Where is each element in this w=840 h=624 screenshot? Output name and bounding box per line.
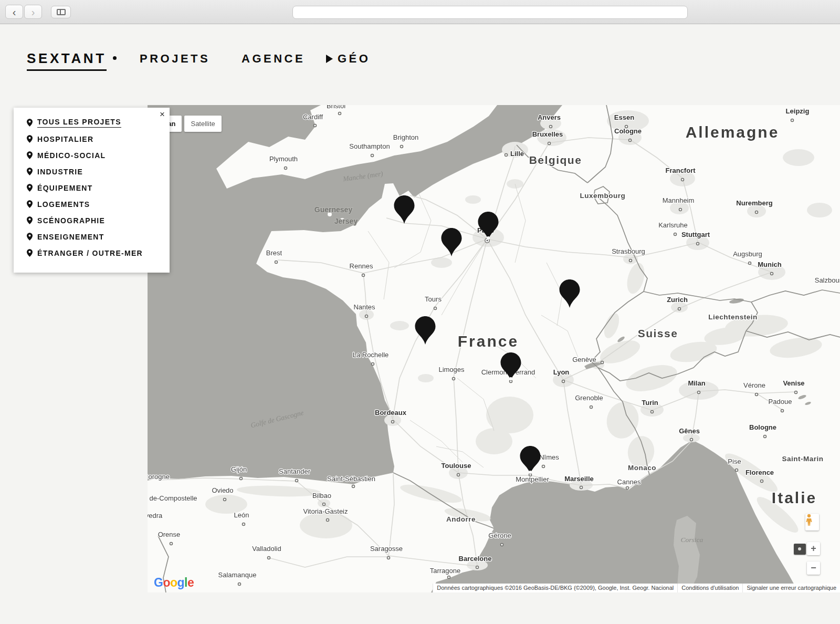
city-label: Mannheim — [663, 196, 695, 204]
address-bar[interactable] — [292, 6, 688, 19]
filter-item-equipement[interactable]: ÉQUIPEMENT — [27, 180, 160, 196]
city-dot — [601, 361, 604, 364]
city-dot — [791, 119, 794, 122]
country-label: Suisse — [638, 327, 678, 339]
google-logo[interactable]: Google — [154, 576, 194, 590]
country-label: Monaco — [628, 464, 656, 472]
city-label: Gijón — [231, 465, 247, 473]
country-label: Saint-Marin — [782, 455, 823, 463]
city-dot — [401, 145, 403, 148]
google-logo-letter: o — [170, 576, 177, 589]
country-label: France — [458, 332, 519, 350]
country-label: Allemagne — [686, 123, 780, 141]
city-label: Zurich — [667, 296, 688, 304]
city-dot — [795, 391, 797, 394]
city-label: Lille — [510, 150, 524, 158]
filter-item-industrie[interactable]: INDUSTRIE — [27, 163, 160, 180]
city-dot — [268, 557, 270, 559]
city-label: Bruxelles — [532, 130, 563, 138]
zoom-in-button[interactable]: + — [807, 542, 820, 555]
forward-icon: › — [32, 7, 35, 17]
map-canvas[interactable]: BristolCardiffBrightonSouthamptonPlymout… — [148, 105, 840, 592]
browser-back-button[interactable]: ‹ — [5, 5, 23, 19]
pin-tip-dot — [487, 236, 490, 240]
city-label: Salamanque — [218, 571, 257, 579]
city-label: Nuremberg — [736, 199, 772, 207]
pin-tip-dot — [509, 377, 512, 380]
city-dot — [365, 315, 368, 318]
city-label: Florence — [746, 469, 774, 476]
city-label: de-Compostelle — [149, 494, 197, 502]
city-dot — [238, 583, 241, 586]
city-label: Corogne — [148, 473, 170, 481]
site-logo[interactable]: SEXTANT — [27, 50, 107, 71]
map-mini-thumbnail[interactable] — [794, 544, 806, 555]
city-label: Augsburg — [733, 250, 762, 258]
city-label: Lyon — [553, 368, 570, 376]
city-label: Milan — [688, 379, 705, 387]
nav-agence[interactable]: AGENCE — [242, 52, 305, 66]
city-dot — [678, 308, 681, 310]
city-dot — [679, 209, 682, 211]
nav-geo-label: GÉO — [338, 52, 370, 66]
pin-icon — [27, 184, 33, 192]
map-attribution: Données cartographiques ©2016 GeoBasis-D… — [433, 584, 840, 592]
filter-item-medico-social[interactable]: MÉDICO-SOCIAL — [27, 147, 160, 163]
city-label: Oviedo — [212, 486, 233, 494]
city-label: Venise — [783, 379, 804, 387]
report-link-text: Signaler une erreur cartographique — [747, 585, 836, 591]
city-label: Turin — [642, 399, 658, 407]
attribution-terms-link[interactable]: Conditions d'utilisation — [677, 584, 742, 592]
city-label: Orense — [158, 531, 181, 538]
nav-geo[interactable]: GÉO — [326, 52, 370, 66]
city-dot — [698, 391, 700, 394]
city-dot — [580, 486, 583, 489]
city-label: León — [234, 511, 249, 519]
map-type-satellite-button[interactable]: Satellite — [184, 116, 221, 132]
country-label: Andorre — [446, 515, 476, 523]
city-label: Barcelone — [459, 555, 492, 563]
city-label: Cologne — [614, 127, 642, 135]
nav-projets[interactable]: PROJETS — [140, 52, 210, 66]
city-dot — [371, 154, 374, 157]
pin-icon — [27, 233, 33, 241]
city-label: Vitoria-Gasteiz — [303, 507, 348, 515]
filter-item-label: MÉDICO-SOCIAL — [37, 151, 106, 160]
city-dot — [170, 543, 173, 545]
google-logo-letter: e — [187, 576, 194, 589]
filter-item-hospitalier[interactable]: HOSPITALIER — [27, 131, 160, 147]
browser-forward-button[interactable]: › — [24, 5, 42, 19]
pin-icon — [27, 151, 33, 159]
sidebar-icon — [57, 9, 66, 15]
city-label: Bordeaux — [375, 409, 407, 417]
filter-item-label: HOSPITALIER — [37, 135, 93, 143]
city-label: Brest — [266, 249, 282, 257]
zoom-out-button[interactable]: − — [807, 561, 820, 575]
city-dot — [453, 378, 455, 380]
google-logo-letter: o — [163, 576, 170, 589]
city-dot — [755, 211, 758, 214]
browser-sidebar-button[interactable] — [51, 6, 71, 18]
pegman-control[interactable] — [805, 514, 819, 531]
city-label: Rennes — [350, 262, 373, 270]
city-dot — [339, 112, 341, 115]
filter-item-etranger-outre-mer[interactable]: ÉTRANGER / OUTRE-MER — [27, 245, 160, 261]
pegman-icon — [805, 514, 813, 526]
city-dot — [476, 566, 479, 569]
city-label: Santander — [279, 467, 311, 475]
city-dot — [372, 363, 374, 366]
city-label: Plymouth — [269, 155, 298, 163]
filter-item-label: ENSEIGNEMENT — [37, 233, 104, 241]
city-label: Stuttgart — [681, 231, 710, 238]
city-label: Valladolid — [252, 545, 281, 553]
attribution-report-link[interactable]: Signaler une erreur cartographique — [742, 584, 840, 592]
filter-item-enseignement[interactable]: ENSEIGNEMENT — [27, 228, 160, 245]
filter-item-tous-les-projets[interactable]: TOUS LES PROJETS — [27, 115, 160, 131]
city-label: Leipzig — [786, 107, 810, 115]
sea-label: Guernesey — [314, 205, 353, 214]
city-label: Nîmes — [539, 453, 559, 461]
close-icon[interactable]: × — [160, 110, 165, 119]
map-container: BristolCardiffBrightonSouthamptonPlymout… — [148, 105, 840, 592]
filter-item-logements[interactable]: LOGEMENTS — [27, 196, 160, 212]
filter-item-scenographie[interactable]: SCÉNOGRAPHIE — [27, 212, 160, 228]
